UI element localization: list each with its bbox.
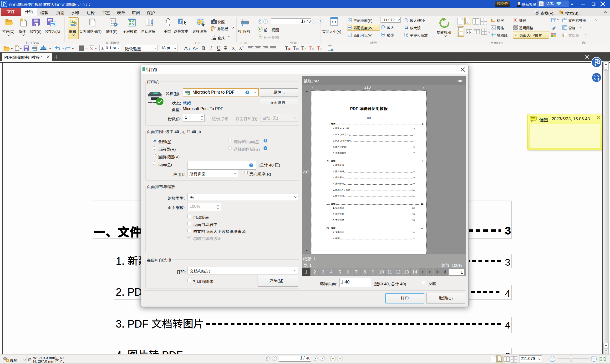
svg-text:A: A — [593, 74, 596, 78]
svg-text:T: T — [179, 19, 182, 24]
svg-text:W: W — [595, 61, 597, 63]
svg-text:1:1: 1:1 — [332, 21, 337, 24]
svg-text:XY: XY — [514, 34, 518, 37]
svg-text:2: 2 — [467, 30, 468, 33]
svg-text:B: B — [597, 78, 599, 81]
svg-text:1: 1 — [470, 30, 472, 33]
